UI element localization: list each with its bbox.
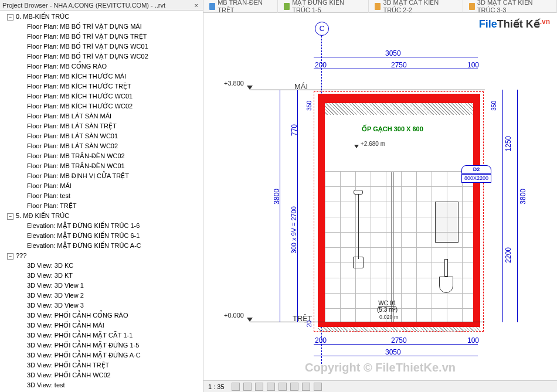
browser-header: Project Browser - NHA A.CONG (REVITCTU.C…: [0, 0, 203, 11]
close-icon[interactable]: ×: [192, 2, 201, 9]
plan-icon: [209, 3, 215, 10]
tree-item[interactable]: Elevation: MẶT ĐỨNG KIẾN TRÚC 1-6: [0, 221, 203, 231]
view-control-bar: [232, 383, 322, 391]
tree-item[interactable]: 3D View: 3D KT: [0, 271, 203, 281]
tree-item[interactable]: Floor Plan: MB BỐ TRÍ VẬT DỤNG TRỆT: [0, 32, 203, 42]
elev-icon: [284, 3, 290, 10]
shower-head: [354, 190, 363, 195]
tree-item[interactable]: 3D View: test: [0, 380, 203, 390]
d3-icon: [375, 3, 381, 10]
tile-note: ỐP GẠCH 300 X 600: [362, 125, 423, 133]
floor-hatch: [318, 327, 480, 332]
faucet: [444, 259, 448, 277]
tree-item[interactable]: Floor Plan: MB LÁT SÀN TRỆT: [0, 121, 203, 131]
drawing-canvas[interactable]: FileThiết Kế.vn C 3050 200 2750 100 +3.8…: [203, 13, 557, 392]
dim-bot-total: 3050: [385, 348, 401, 356]
expander-icon[interactable]: −: [7, 14, 13, 21]
dim-line: [517, 90, 518, 322]
tab-label: MB TRẦN-ĐÈN TRỆT: [218, 0, 271, 14]
tree-item[interactable]: Floor Plan: test: [0, 191, 203, 201]
level-line-top: [250, 90, 485, 90]
roof-slab: [324, 94, 476, 103]
expander-icon[interactable]: −: [7, 213, 13, 220]
tree-item[interactable]: Floor Plan: MB LÁT SÀN WC02: [0, 141, 203, 151]
shower-valve: [353, 257, 364, 268]
tree-item[interactable]: Floor Plan: MB KÍCH THƯỚC WC01: [0, 91, 203, 101]
tree-item[interactable]: 3D View: 3D View 1: [0, 281, 203, 291]
shower-pipe: [358, 195, 359, 259]
sun-path-icon[interactable]: [255, 383, 263, 391]
watermark-logo: FileThiết Kế.vn: [479, 18, 550, 30]
tree-group[interactable]: −???: [0, 251, 203, 261]
main-area: MB TRẦN-ĐÈN TRỆTMẶT ĐỨNG KIẾN TRÚC 1-53D…: [203, 0, 557, 392]
tree-item[interactable]: Floor Plan: MB KÍCH THƯỚC WC02: [0, 101, 203, 111]
dim-left-total: 3800: [273, 189, 281, 204]
tree-item[interactable]: Floor Plan: MÁI: [0, 181, 203, 191]
tree-group[interactable]: −0. MB-KIẾN TRÚC: [0, 12, 203, 22]
dim-top-left: 200: [315, 61, 327, 69]
scale-label[interactable]: 1 : 35: [208, 383, 225, 390]
tree-item[interactable]: Floor Plan: MB TRẦN-ĐÈN WC01: [0, 161, 203, 171]
tree-item[interactable]: Floor Plan: MB KÍCH THƯỚC MÁI: [0, 71, 203, 81]
tree-item[interactable]: 3D View: PHỐI CẢNH CỔNG RÀO: [0, 311, 203, 321]
tree-group[interactable]: −5. MĐ KIẾN TRÚC: [0, 211, 203, 221]
door-tag[interactable]: D2 800X2200: [461, 165, 491, 183]
dim-left-20: 20: [306, 321, 313, 327]
tree-item[interactable]: Floor Plan: MB BỐ TRÍ VẬT DỤNG WC01: [0, 42, 203, 52]
tree-item[interactable]: 3D View: PHỐI CẢNH MẶT ĐỨNG 1-5: [0, 340, 203, 350]
room-tag[interactable]: WC 01 (5.3 m²): [377, 300, 398, 313]
crop-icon[interactable]: [278, 383, 287, 391]
status-bar: 1 : 35: [203, 380, 557, 392]
tree-item[interactable]: 3D View: PHỐI CẢNH TRỆT: [0, 360, 203, 370]
crop-region-icon[interactable]: [290, 383, 298, 391]
tree-item[interactable]: Floor Plan: MB ĐỊNH VỊ CỬA TRỆT: [0, 171, 203, 181]
shadows-icon[interactable]: [267, 383, 275, 391]
dim-right-350: 350: [491, 101, 497, 111]
dim-bot-mid: 2750: [391, 336, 407, 345]
level-mark-bot: +0.000: [224, 312, 244, 319]
tree-item[interactable]: Floor Plan: MB LÁT SÀN MÁI: [0, 111, 203, 121]
tree-item[interactable]: 3D View: 3D View 3: [0, 301, 203, 311]
tree-item[interactable]: Floor Plan: TRỆT: [0, 201, 203, 211]
browser-tree[interactable]: −0. MB-KIẾN TRÚCFloor Plan: MB BỐ TRÍ VẬ…: [0, 11, 203, 392]
level-marker-icon: [354, 145, 359, 148]
view-tabs-bar: MB TRẦN-ĐÈN TRỆTMẶT ĐỨNG KIẾN TRÚC 1-53D…: [203, 0, 557, 13]
grid-bubble[interactable]: C: [315, 22, 329, 36]
level-marker-icon: [247, 86, 253, 90]
level-name-top: MÁI: [294, 82, 308, 91]
hide-isolate-icon[interactable]: [302, 383, 310, 391]
detail-level-icon[interactable]: [232, 383, 240, 391]
project-browser-panel: Project Browser - NHA A.CONG (REVITCTU.C…: [0, 0, 203, 392]
visual-style-icon[interactable]: [243, 383, 252, 391]
copyright-watermark: Copyright © FileThietKe.vn: [305, 361, 456, 374]
tree-item[interactable]: Floor Plan: MB LÁT SÀN WC01: [0, 131, 203, 141]
tree-item[interactable]: 3D View: PHỐI CẢNH MẶT ĐỨNG A-C: [0, 350, 203, 360]
tree-item[interactable]: Floor Plan: MB TRẦN-ĐÈN WC02: [0, 151, 203, 161]
tree-item[interactable]: Floor Plan: MB BỐ TRÍ VẬT DỤNG WC02: [0, 52, 203, 62]
tree-item[interactable]: Elevation: MẶT ĐỨNG KIẾN TRÚC 6-1: [0, 231, 203, 241]
wall-right: [473, 94, 480, 325]
tree-item[interactable]: 3D View: 3D KC: [0, 261, 203, 271]
browser-title: Project Browser - NHA A.CONG (REVITCTU.C…: [2, 2, 165, 9]
tree-item[interactable]: 3D View: PHỐI CẢNH MẶT CẮT 1-1: [0, 330, 203, 340]
wall-left: [318, 94, 325, 325]
level-marker-icon: [247, 318, 253, 322]
tree-item[interactable]: Floor Plan: MB CỔNG RÀO: [0, 62, 203, 71]
dim-top-right: 100: [467, 61, 479, 69]
tree-item[interactable]: Floor Plan: MB KÍCH THƯỚC TRỆT: [0, 81, 203, 91]
tree-item[interactable]: Elevation: MẶT ĐỨNG KIẾN TRÚC A-C: [0, 241, 203, 251]
floor-level-mark: 0.020 m: [379, 314, 399, 320]
dim-top-total: 3050: [385, 49, 401, 57]
tree-item[interactable]: Floor Plan: MB BỐ TRÍ VẬT DỤNG MÁI: [0, 22, 203, 32]
tree-item[interactable]: 3D View: PHỐI CẢNH MÁI: [0, 321, 203, 330]
dim-line: [502, 90, 503, 322]
expander-icon[interactable]: −: [7, 253, 13, 260]
dim-bot-right: 100: [467, 336, 479, 345]
dim-bot-left: 200: [315, 336, 327, 345]
floor-slab: [318, 322, 480, 327]
reveal-hidden-icon[interactable]: [314, 383, 322, 391]
dim-right-upper: 1250: [504, 136, 512, 152]
tree-item[interactable]: 3D View: 3D View 2: [0, 291, 203, 301]
tree-item[interactable]: 3D View: PHỐI CẢNH WC02: [0, 370, 203, 380]
mirror: [435, 202, 458, 243]
